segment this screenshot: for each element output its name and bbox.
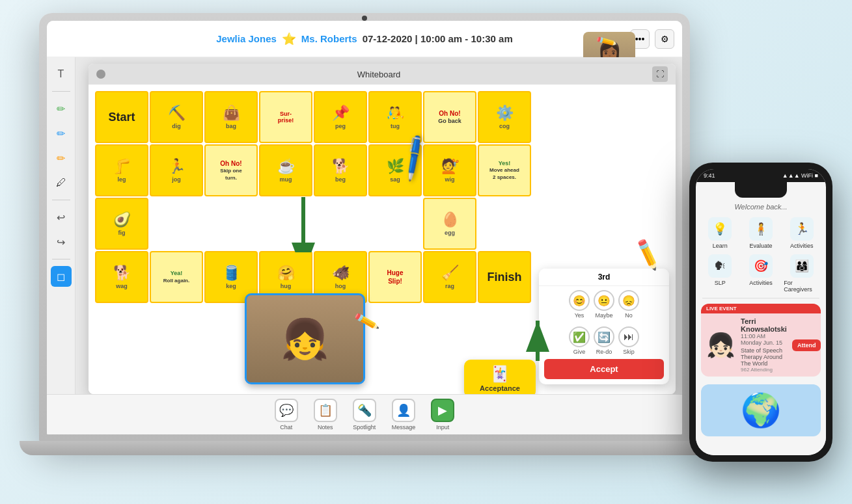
- phone-notch: [735, 182, 787, 198]
- feedback-buttons: 😊 Yes 😐 Maybe 😞: [539, 286, 669, 323]
- phone-screen: 9:41 ▲▲▲ WiFi ■ Welcome back... 💡 Learn …: [696, 169, 826, 455]
- caregivers-icon: 👨‍👩‍👧: [790, 254, 814, 278]
- live-event-badge: LIVE EVENT: [701, 304, 821, 313]
- pencil-blue-button[interactable]: ✏: [51, 123, 72, 144]
- phone-grid-activities2[interactable]: 🎯 Activities: [743, 254, 779, 293]
- cell-ohno-goback: Oh No! Go back: [423, 91, 476, 143]
- activities2-icon: 🎯: [749, 254, 773, 278]
- cell-jog: 🏃 jog: [150, 144, 203, 196]
- give-icon: ✅: [569, 326, 590, 347]
- header-controls: 👩🏾 ✏️ ••• ⚙: [630, 29, 674, 49]
- highlighter-button[interactable]: 🖊: [51, 172, 72, 193]
- app-header: Jewlia Jones ⭐ Ms. Roberts 07-12-2020 | …: [47, 21, 682, 57]
- eraser-button[interactable]: ◻: [51, 266, 72, 287]
- board-row-2: 🦵 leg 🏃 jog Oh No!: [95, 144, 669, 196]
- phone-body: 9:41 ▲▲▲ WiFi ■ Welcome back... 💡 Learn …: [689, 163, 832, 462]
- board-row-1: Start ⛏️ dig 👜 bag: [95, 91, 669, 143]
- cell-leg: 🦵 leg: [95, 144, 148, 196]
- whiteboard-title: Whiteboard: [357, 70, 400, 79]
- phone-signal: ▲▲▲ WiFi ■: [782, 172, 818, 179]
- input-toolbar-item[interactable]: ▶ Input: [431, 399, 454, 431]
- slp-label: SLP: [715, 280, 726, 286]
- laptop-body: Jewlia Jones ⭐ Ms. Roberts 07-12-2020 | …: [39, 13, 690, 442]
- skip-button[interactable]: ⏭ Skip: [618, 326, 639, 355]
- maybe-button[interactable]: 😐 Maybe: [594, 290, 614, 319]
- child-video: 👧: [245, 293, 365, 384]
- accept-button[interactable]: Accept: [544, 359, 664, 379]
- redo-button[interactable]: 🔄 Re-do: [594, 326, 614, 355]
- header-title: Jewlia Jones ⭐ Ms. Roberts 07-12-2020 | …: [216, 32, 512, 46]
- laptop-screen: Jewlia Jones ⭐ Ms. Roberts 07-12-2020 | …: [47, 21, 682, 434]
- phone-event-card[interactable]: LIVE EVENT 👧🏻 Terri Knowsalotski 11:00 A…: [701, 304, 821, 377]
- pen-on-video-icon: ✏️: [353, 308, 380, 335]
- whiteboard-area: Whiteboard ⛶ Start: [76, 57, 682, 394]
- cell-yea-roll: Yea! Roll again.: [150, 251, 203, 303]
- message-icon: 👤: [392, 399, 415, 422]
- phone-content: Welcome back... 💡 Learn 🧍 Evaluate 🏃 Act…: [696, 198, 826, 455]
- slp-icon: 🗣: [708, 254, 732, 278]
- laptop: Jewlia Jones ⭐ Ms. Roberts 07-12-2020 | …: [39, 13, 722, 481]
- phone-time: 9:41: [704, 172, 715, 179]
- settings-button[interactable]: ⚙: [655, 29, 674, 49]
- phone-grid-caregivers[interactable]: 👨‍👩‍👧 For Caregivers: [784, 254, 819, 293]
- undo-button[interactable]: ↩: [51, 207, 72, 228]
- spotlight-toolbar-item[interactable]: 🔦 Spotlight: [353, 399, 376, 431]
- input-label: Input: [436, 424, 449, 431]
- maybe-icon: 😐: [594, 290, 614, 311]
- wb-expand-button[interactable]: ⛶: [652, 66, 668, 82]
- student-name: Jewlia Jones: [216, 33, 277, 44]
- input-icon: ▶: [431, 399, 454, 422]
- tool-separator-1: [52, 91, 70, 92]
- caregivers-label: For Caregivers: [784, 280, 819, 293]
- notes-toolbar-item[interactable]: 📋 Notes: [314, 399, 337, 431]
- phone-grid: 💡 Learn 🧍 Evaluate 🏃 Activities 🗣 SLP: [696, 213, 826, 297]
- cell-wag: 🐕 wag: [95, 251, 148, 303]
- phone-grid-evaluate[interactable]: 🧍 Evaluate: [743, 217, 779, 249]
- whiteboard-content: Start ⛏️ dig 👜 bag: [89, 85, 676, 394]
- chat-toolbar-item[interactable]: 💬 Chat: [275, 399, 298, 431]
- pencil-green-button[interactable]: ✏: [51, 98, 72, 119]
- pencil-orange-button[interactable]: ✏: [51, 148, 72, 168]
- give-button[interactable]: ✅ Give: [569, 326, 590, 355]
- tool-separator-2: [52, 200, 70, 200]
- phone-grid-activities[interactable]: 🏃 Activities: [784, 217, 819, 249]
- notes-label: Notes: [318, 424, 333, 431]
- cell-surprise: Sur-prise!: [259, 91, 312, 143]
- arrow-down-svg: [290, 194, 316, 252]
- teacher-name: Ms. Roberts: [301, 33, 357, 44]
- attend-button[interactable]: Attend: [792, 339, 821, 351]
- app-main: T ✏ ✏ ✏ 🖊 ↩ ↪ ◻: [47, 57, 682, 394]
- cell-empty-5: [314, 198, 367, 250]
- board-row-3: 🥑 fig 🥚: [95, 198, 669, 250]
- notes-icon: 📋: [314, 399, 337, 422]
- phone-grid-slp[interactable]: 🗣 SLP: [702, 254, 738, 293]
- learn-icon: 💡: [708, 217, 732, 241]
- redo-button[interactable]: ↪: [51, 232, 72, 252]
- phone-grid-learn[interactable]: 💡 Learn: [702, 217, 738, 249]
- message-label: Message: [392, 424, 416, 431]
- child-face: 👧: [247, 295, 363, 382]
- event-avatar: 👧🏻: [706, 332, 735, 359]
- text-tool-button[interactable]: T: [51, 64, 72, 85]
- feedback-panel: 3rd 😊 Yes 😐 Maybe: [539, 269, 669, 384]
- chat-icon: 💬: [275, 399, 298, 422]
- app-screen: Jewlia Jones ⭐ Ms. Roberts 07-12-2020 | …: [47, 21, 682, 434]
- no-icon: 😞: [618, 290, 639, 311]
- cell-empty-2: [150, 198, 203, 250]
- message-toolbar-item[interactable]: 👤 Message: [392, 399, 416, 431]
- whiteboard-titlebar: Whiteboard ⛶: [89, 64, 676, 85]
- phone-card-body: 👧🏻 Terri Knowsalotski 11:00 AM Monday Ju…: [701, 313, 821, 377]
- cell-cog: ⚙️ cog: [478, 91, 531, 143]
- spotlight-icon: 🔦: [353, 399, 376, 422]
- yes-icon: 😊: [569, 290, 590, 311]
- event-desc: State of Speech Therapy Around The World: [741, 347, 787, 367]
- yes-button[interactable]: 😊 Yes: [569, 290, 590, 319]
- activities2-label: Activities: [749, 280, 773, 286]
- cell-mug: ☕ mug: [259, 144, 312, 196]
- cell-bag: 👜 bag: [204, 91, 258, 143]
- no-button[interactable]: 😞 No: [618, 290, 639, 319]
- cell-huge-slip: HugeSlip!: [368, 251, 422, 303]
- cell-dig: ⛏️ dig: [150, 91, 203, 143]
- phone-globe-card[interactable]: 🌍: [701, 384, 821, 436]
- cell-empty-6: [368, 198, 422, 250]
